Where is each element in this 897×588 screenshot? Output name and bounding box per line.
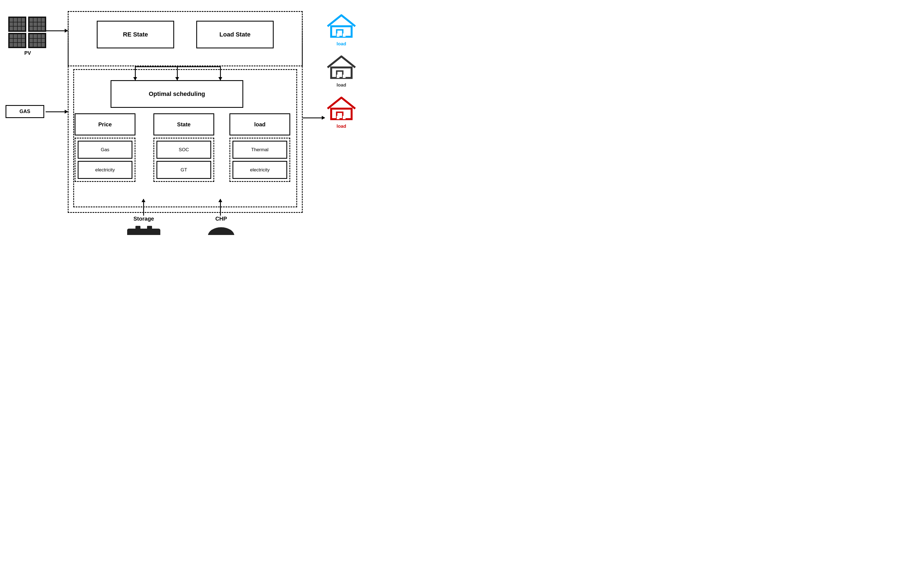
arrow-gas (46, 112, 68, 112)
svg-rect-20 (337, 116, 340, 119)
state-sub-box: SOC GT (153, 138, 214, 182)
col-load: load Thermal electricity (230, 113, 290, 182)
svg-rect-0 (127, 229, 160, 235)
svg-rect-21 (343, 116, 346, 119)
storage-section: Storage + − (122, 216, 166, 235)
chp-icon (203, 224, 239, 235)
svg-text:−: − (147, 232, 151, 235)
re-state-label: RE State (123, 31, 148, 38)
arrow-to-houses (303, 118, 325, 118)
svg-rect-16 (337, 75, 340, 78)
load-thermal-box: Thermal (233, 141, 287, 159)
gas-box: GAS (6, 105, 44, 118)
load-state-label: Load State (219, 31, 250, 38)
col-price: Price Gas electricity (75, 113, 135, 182)
svg-rect-1 (135, 226, 141, 229)
price-electricity-label: electricity (95, 167, 115, 173)
arrow-storage-up (143, 199, 144, 216)
house-dark-icon (326, 55, 357, 80)
pv-panel-3 (8, 33, 26, 48)
h-connector-line (135, 66, 221, 67)
svg-rect-10 (331, 26, 352, 37)
svg-rect-14 (331, 67, 352, 78)
price-gas-box: Gas (78, 141, 132, 159)
house-blue-icon (326, 14, 357, 39)
svg-rect-13 (343, 34, 346, 37)
state-soc-box: SOC (156, 141, 211, 159)
storage-label: Storage (122, 216, 166, 222)
state-soc-label: SOC (179, 147, 189, 153)
state-gt-box: GT (156, 161, 211, 179)
svg-rect-2 (147, 226, 152, 229)
price-header-label: Price (98, 121, 112, 128)
arrow-chp-up (220, 199, 221, 216)
house-dark: load (325, 55, 358, 88)
battery-icon: + − (126, 224, 162, 235)
state-header-box: State (153, 113, 214, 135)
house-blue-label: load (325, 41, 358, 47)
load-thermal-label: Thermal (251, 147, 268, 153)
svg-rect-18 (331, 109, 352, 119)
load-header-box: load (230, 113, 290, 135)
house-red-icon (326, 96, 357, 121)
pv-label: PV (6, 50, 50, 56)
pv-section: PV (6, 17, 50, 56)
price-header-box: Price (75, 113, 135, 135)
diagram-container: PV GAS RE State Load State Optimal sched… (3, 6, 357, 232)
state-header-label: State (177, 121, 191, 128)
load-electricity-box: electricity (233, 161, 287, 179)
house-blue: load (325, 14, 358, 47)
load-sub-box: Thermal electricity (230, 138, 290, 182)
load-electricity-label: electricity (250, 167, 270, 173)
chp-label: CHP (199, 216, 243, 222)
optimal-label: Optimal scheduling (149, 90, 205, 98)
gas-section: GAS (6, 105, 44, 118)
house-dark-label: load (325, 83, 358, 88)
chp-section: CHP (199, 216, 243, 235)
col-state: State SOC GT (153, 113, 214, 182)
pv-panels (8, 17, 47, 48)
houses-section: load load load (325, 14, 358, 138)
price-gas-label: Gas (101, 147, 109, 153)
pv-panel-1 (8, 17, 26, 32)
price-sub-box: Gas electricity (75, 138, 135, 182)
price-electricity-box: electricity (78, 161, 132, 179)
svg-point-5 (208, 227, 234, 235)
gas-label: GAS (19, 109, 30, 114)
house-red: load (325, 96, 358, 129)
svg-text:+: + (136, 233, 140, 235)
house-red-label: load (325, 124, 358, 129)
pv-panel-2 (28, 17, 46, 32)
load-header-label: load (254, 121, 265, 128)
state-gt-label: GT (181, 167, 187, 173)
svg-rect-12 (337, 34, 340, 37)
svg-rect-17 (343, 75, 346, 78)
load-state-box: Load State (196, 21, 274, 48)
pv-panel-4 (28, 33, 46, 48)
optimal-scheduling-box: Optimal scheduling (110, 80, 243, 108)
re-state-box: RE State (97, 21, 174, 48)
arrow-pv (46, 31, 68, 31)
